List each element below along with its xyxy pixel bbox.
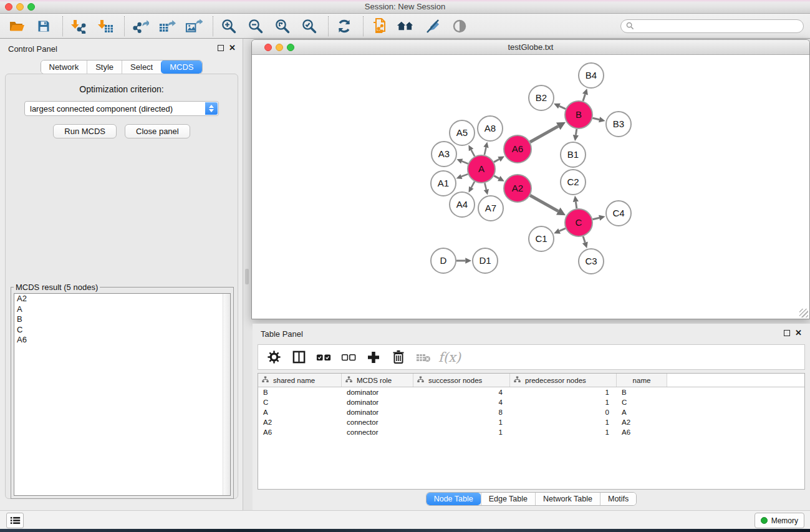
edge-A-A1[interactable]	[456, 174, 468, 179]
edge-A-A6[interactable]	[494, 157, 504, 162]
tab-style[interactable]: Style	[87, 60, 122, 74]
zoom-out-icon[interactable]	[246, 17, 264, 35]
node-A6[interactable]: A6	[504, 135, 531, 163]
splitter-handle[interactable]	[245, 269, 249, 284]
tab-network[interactable]: Network	[41, 60, 87, 74]
export-image-icon[interactable]	[185, 17, 203, 35]
edge-C-C3[interactable]	[582, 236, 588, 248]
show-panels-button[interactable]	[6, 513, 24, 528]
zoom-in-icon[interactable]	[219, 17, 238, 35]
close-panel-icon[interactable]: ✕	[229, 43, 236, 52]
node-D[interactable]: D	[431, 248, 456, 273]
edge-A-A5[interactable]	[468, 145, 475, 156]
tab-mcds[interactable]: MCDS	[161, 60, 201, 74]
tab-network-table[interactable]: Network Table	[535, 493, 600, 505]
column-header-successor-nodes[interactable]: successor nodes	[413, 374, 510, 387]
result-item[interactable]: B	[14, 314, 230, 325]
open-folder-icon[interactable]	[7, 17, 26, 35]
node-C3[interactable]: C3	[579, 249, 604, 274]
zoom-selected-icon[interactable]	[300, 17, 318, 35]
window-resize-grip[interactable]	[799, 309, 808, 317]
node-A2[interactable]: A2	[504, 175, 531, 202]
table-row[interactable]: Bdominator41B	[258, 387, 804, 397]
result-item[interactable]: A	[14, 304, 230, 315]
search-box[interactable]	[620, 19, 804, 33]
result-item[interactable]: A6	[14, 335, 230, 346]
deselect-all-icon[interactable]	[341, 350, 356, 365]
edge-C-C2[interactable]	[573, 196, 579, 208]
column-header-MCDS-role[interactable]: MCDS role	[342, 374, 413, 387]
edge-A-A7[interactable]	[484, 183, 489, 195]
tab-node-table[interactable]: Node Table	[427, 493, 481, 505]
node-B3[interactable]: B3	[606, 112, 631, 137]
home-icon[interactable]	[397, 17, 415, 35]
node-A7[interactable]: A7	[478, 196, 503, 221]
tab-motifs[interactable]: Motifs	[600, 493, 636, 505]
edge-B-B2[interactable]	[554, 104, 566, 109]
node-B[interactable]: B	[565, 101, 592, 128]
node-B2[interactable]: B2	[529, 85, 554, 110]
table-close-panel-icon[interactable]: ✕	[795, 328, 802, 337]
float-panel-icon[interactable]	[218, 45, 224, 51]
node-A1[interactable]: A1	[431, 171, 456, 196]
edge-A2-C[interactable]	[530, 195, 566, 215]
optimization-criterion-select[interactable]: largest connected component (directed)	[24, 101, 219, 116]
node-C[interactable]: C	[565, 209, 592, 236]
import-network-icon[interactable]	[69, 17, 87, 35]
table-row[interactable]: Adominator80A	[258, 407, 804, 417]
node-D1[interactable]: D1	[473, 248, 498, 273]
result-item[interactable]: A2	[14, 294, 230, 304]
edge-A-A2[interactable]	[494, 176, 504, 181]
edge-B-B4[interactable]	[582, 89, 588, 101]
edge-B-B1[interactable]	[573, 129, 579, 141]
node-C1[interactable]: C1	[529, 226, 554, 251]
network-window-titlebar[interactable]: testGlobe.txt	[252, 40, 809, 55]
node-A5[interactable]: A5	[450, 120, 475, 145]
table-row[interactable]: Cdominator41C	[258, 397, 804, 407]
edge-A-A4[interactable]	[469, 181, 475, 192]
refresh-network-icon[interactable]	[335, 17, 353, 35]
save-session-icon[interactable]	[34, 17, 52, 35]
node-A8[interactable]: A8	[478, 116, 503, 141]
close-panel-button[interactable]: Close panel	[125, 124, 190, 138]
table-row[interactable]: A6connector11A6	[258, 427, 804, 437]
select-all-icon[interactable]	[316, 350, 331, 365]
edge-A-A3[interactable]	[456, 159, 468, 164]
import-table-icon[interactable]	[96, 17, 114, 35]
show-graphics-icon[interactable]	[450, 17, 468, 35]
memory-button[interactable]: Memory	[755, 513, 804, 528]
node-C2[interactable]: C2	[561, 170, 586, 195]
edge-D-D1[interactable]	[456, 258, 471, 263]
node-B4[interactable]: B4	[579, 63, 604, 88]
search-input[interactable]	[637, 21, 798, 31]
column-header-predecessor-nodes[interactable]: predecessor nodes	[510, 374, 617, 387]
export-table-icon[interactable]	[158, 17, 176, 35]
node-A[interactable]: A	[468, 155, 495, 183]
network-canvas[interactable]: B4B2BB3A5A8A6B1A3AC2A1A2A4A7C4CC1C3DD1	[252, 55, 809, 319]
result-scrollbar[interactable]	[223, 294, 230, 495]
export-network-icon[interactable]	[131, 17, 149, 35]
table-settings-icon[interactable]	[266, 350, 281, 365]
column-header-name[interactable]: name	[617, 374, 667, 387]
zoom-fit-icon[interactable]	[273, 17, 291, 35]
column-header-shared-name[interactable]: shared name	[258, 374, 342, 387]
add-column-icon[interactable]	[366, 350, 381, 365]
network-document-icon[interactable]	[370, 17, 388, 35]
mcds-result-list[interactable]: A2ABCA6	[14, 293, 231, 496]
node-A4[interactable]: A4	[450, 192, 475, 217]
tab-edge-table[interactable]: Edge Table	[481, 493, 535, 505]
edge-C-C1[interactable]	[554, 228, 566, 234]
edge-A6-B[interactable]	[530, 122, 566, 142]
table-row[interactable]: A2connector11A2	[258, 417, 804, 427]
edge-C-C4[interactable]	[592, 215, 605, 221]
node-A3[interactable]: A3	[432, 142, 456, 167]
toggle-panel-icon[interactable]	[291, 350, 306, 365]
tab-select[interactable]: Select	[122, 60, 161, 74]
node-C4[interactable]: C4	[606, 201, 631, 226]
node-B1[interactable]: B1	[561, 142, 586, 167]
run-mcds-button[interactable]: Run MCDS	[53, 124, 117, 138]
result-item[interactable]: C	[14, 325, 230, 336]
delete-column-icon[interactable]	[391, 350, 406, 365]
table-float-panel-icon[interactable]	[784, 330, 790, 336]
hide-annotations-icon[interactable]	[423, 17, 441, 35]
